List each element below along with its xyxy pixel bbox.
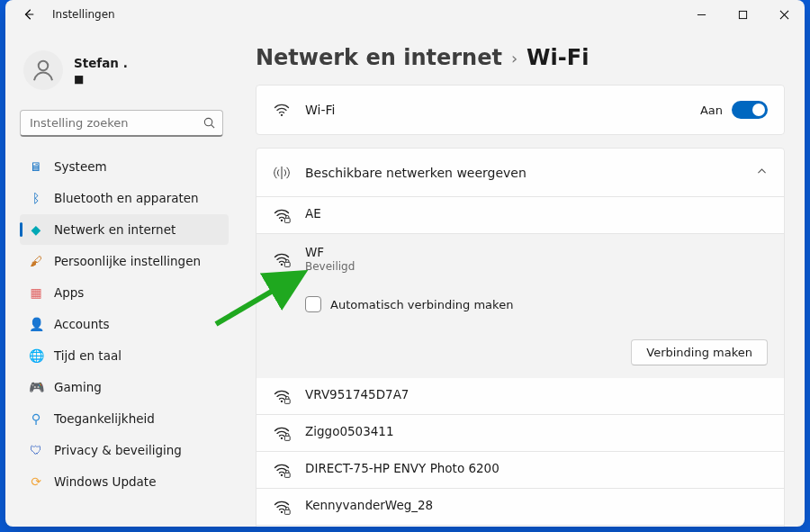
- close-button[interactable]: [763, 0, 805, 29]
- wifi-state-label: Aan: [700, 104, 723, 117]
- sidebar-item-windows-update[interactable]: ⟳Windows Update: [20, 466, 229, 497]
- sidebar-item-label: Systeem: [54, 159, 107, 174]
- available-networks-label: Beschikbare netwerken weergeven: [305, 166, 526, 180]
- sidebar-item-accounts[interactable]: 👤Accounts: [20, 309, 229, 339]
- sidebar-item-label: Privacy & beveiliging: [54, 443, 182, 457]
- wifi-toggle-card: Wi-Fi Aan: [256, 85, 785, 135]
- sidebar-item-label: Bluetooth en apparaten: [54, 191, 199, 205]
- nav-list: 🖥SysteemᛒBluetooth en apparaten◆Netwerk …: [20, 151, 229, 497]
- wifi-secured-icon: [273, 424, 291, 442]
- update-icon: ⟳: [29, 474, 43, 489]
- chevron-right-icon: ›: [511, 49, 518, 68]
- network-list: AE WF Beveiligd Autom: [256, 197, 784, 527]
- apps-icon: ▦: [29, 285, 43, 300]
- titlebar: Instellingen: [5, 0, 805, 29]
- sidebar-item-netwerk-en-internet[interactable]: ◆Netwerk en internet: [20, 214, 229, 245]
- network-ssid: KennyvanderWeg_28: [305, 498, 433, 512]
- sidebar-item-systeem[interactable]: 🖥Systeem: [20, 151, 229, 182]
- network-ssid: WF: [305, 245, 355, 259]
- sidebar-item-toegankelijkheid[interactable]: ⚲Toegankelijkheid: [20, 403, 229, 434]
- sidebar-item-bluetooth-en-apparaten[interactable]: ᛒBluetooth en apparaten: [20, 183, 229, 213]
- search-box: [20, 110, 223, 137]
- accessibility-icon: ⚲: [29, 411, 43, 426]
- network-ssid: AE: [305, 206, 321, 221]
- connect-button[interactable]: Verbinding maken: [631, 339, 768, 365]
- sidebar-item-label: Persoonlijke instellingen: [54, 254, 201, 268]
- wifi-secured-icon: [273, 206, 291, 224]
- available-networks-card: Beschikbare netwerken weergeven AE: [256, 148, 785, 527]
- search-icon: [202, 116, 216, 133]
- network-item-selected[interactable]: WF Beveiligd Automatisch verbinding make…: [256, 233, 784, 378]
- bluetooth-icon: ᛒ: [29, 191, 43, 205]
- brush-icon: 🖌: [29, 254, 43, 268]
- search-input[interactable]: [20, 110, 223, 137]
- auto-connect-option[interactable]: Automatisch verbinding maken: [305, 296, 768, 312]
- avatar: [23, 50, 63, 90]
- maximize-button[interactable]: [722, 0, 763, 29]
- sidebar-item-apps[interactable]: ▦Apps: [20, 277, 229, 308]
- main-panel: Netwerk en internet › Wi-Fi Wi-Fi Aan: [236, 29, 805, 527]
- back-button[interactable]: [22, 7, 36, 22]
- wifi-secured-icon: [273, 498, 291, 516]
- sidebar: Stefan . ■ 🖥SysteemᛒBluetooth en apparat…: [5, 29, 236, 527]
- available-networks-header[interactable]: Beschikbare netwerken weergeven: [256, 149, 784, 197]
- network-item[interactable]: KennyvanderWeg_28: [256, 488, 784, 525]
- network-item[interactable]: Ziggo0503411: [256, 414, 784, 451]
- shield-icon: 🛡: [29, 443, 43, 457]
- sidebar-item-privacy-beveiliging[interactable]: 🛡Privacy & beveiliging: [20, 435, 229, 465]
- wifi-toggle-row[interactable]: Wi-Fi Aan: [256, 86, 784, 134]
- sidebar-item-label: Gaming: [54, 380, 102, 394]
- network-ssid: VRV951745D7A7: [305, 387, 409, 401]
- sidebar-item-label: Toegankelijkheid: [54, 411, 155, 426]
- breadcrumb-parent[interactable]: Netwerk en internet: [256, 45, 502, 70]
- auto-connect-checkbox[interactable]: [305, 296, 321, 312]
- wifi-secured-icon: [273, 461, 291, 479]
- chevron-up-icon: [756, 166, 768, 180]
- user-block[interactable]: Stefan . ■: [20, 40, 229, 97]
- network-item[interactable]: AE: [256, 197, 784, 233]
- sidebar-item-label: Apps: [54, 285, 84, 300]
- window-title: Instellingen: [52, 8, 115, 21]
- sidebar-item-tijd-en-taal[interactable]: 🌐Tijd en taal: [20, 340, 229, 371]
- auto-connect-label: Automatisch verbinding maken: [330, 298, 513, 311]
- minimize-button[interactable]: [680, 0, 722, 29]
- wifi-secured-icon: [273, 387, 291, 405]
- network-item[interactable]: DIRECT-75-HP ENVY Photo 6200: [256, 451, 784, 488]
- user-sub: ■: [74, 73, 128, 86]
- network-ssid: DIRECT-75-HP ENVY Photo 6200: [305, 461, 500, 475]
- user-name: Stefan .: [74, 56, 128, 70]
- breadcrumb-current: Wi-Fi: [526, 45, 589, 70]
- sidebar-item-persoonlijke-instellingen[interactable]: 🖌Persoonlijke instellingen: [20, 246, 229, 276]
- network-item[interactable]: VRV951745D7A7: [256, 378, 784, 414]
- wifi-secured-icon: [273, 250, 291, 268]
- sidebar-item-gaming[interactable]: 🎮Gaming: [20, 372, 229, 402]
- network-ssid: Ziggo0503411: [305, 424, 394, 438]
- network-item[interactable]: VRV95175E38E6: [256, 525, 784, 527]
- network-security: Beveiligd: [305, 260, 355, 273]
- gamepad-icon: 🎮: [29, 380, 43, 394]
- sidebar-item-label: Tijd en taal: [54, 348, 122, 363]
- wifi-switch[interactable]: [732, 101, 768, 119]
- sidebar-item-label: Accounts: [54, 317, 110, 331]
- sidebar-item-label: Netwerk en internet: [54, 222, 176, 237]
- breadcrumb: Netwerk en internet › Wi-Fi: [256, 45, 785, 70]
- globe-time-icon: 🌐: [29, 348, 43, 363]
- window-controls: [680, 0, 805, 29]
- person-icon: 👤: [29, 317, 43, 331]
- settings-window: Instellingen Stefan . ■ 🖥SysteemᛒBluetoo…: [5, 0, 805, 527]
- sidebar-item-label: Windows Update: [54, 474, 156, 489]
- antenna-icon: [273, 164, 291, 182]
- wifi-label: Wi-Fi: [305, 103, 335, 117]
- wifi-icon: [273, 101, 291, 119]
- wifi-diamond-icon: ◆: [29, 222, 43, 237]
- display-icon: 🖥: [29, 159, 43, 174]
